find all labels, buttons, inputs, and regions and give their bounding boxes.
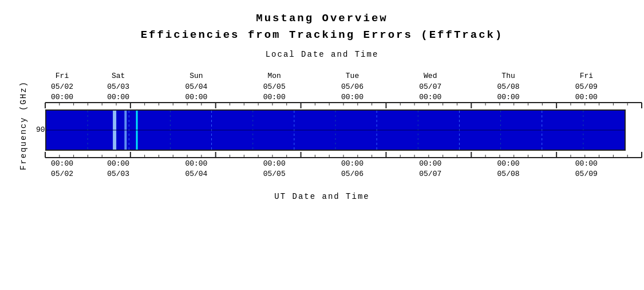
plot-wrapper: 90 xyxy=(29,109,626,151)
day-label: Wed xyxy=(424,71,437,81)
day-label: Thu xyxy=(501,71,515,81)
top-labels-row: Fri 05/02 00:00 Sat 05/03 00:00 Sun 05/0… xyxy=(29,71,626,103)
top-label-1: Sat 05/03 00:00 xyxy=(80,71,157,103)
time-label: 00:00 xyxy=(185,92,207,103)
bottom-time-label: 00:00 xyxy=(419,159,441,169)
y-tick-label: 90 xyxy=(29,126,45,134)
time-label: 00:00 xyxy=(341,92,364,103)
bottom-label-3: 00:00 05/05 xyxy=(235,159,313,179)
bottom-time-label: 00:00 xyxy=(263,159,286,169)
date-label: 05/06 xyxy=(341,82,364,92)
page: Mustang Overview Efficiencies from Track… xyxy=(0,0,644,290)
title-line1: Mustang Overview xyxy=(141,10,504,27)
time-label: 00:00 xyxy=(497,92,520,103)
day-label: Fri xyxy=(56,71,69,81)
time-label: 00:00 xyxy=(419,92,441,103)
day-label: Mon xyxy=(268,71,281,81)
bottom-time-label: 00:00 xyxy=(341,159,364,169)
time-label: 00:00 xyxy=(263,92,286,103)
chart-title: Mustang Overview Efficiencies from Track… xyxy=(141,10,504,44)
bottom-label-2: 00:00 05/04 xyxy=(157,159,235,179)
bottom-labels-row: 00:00 05/02 00:00 05/03 00:00 05/04 00:0… xyxy=(29,159,626,179)
date-label: 05/09 xyxy=(575,82,598,92)
date-label: 05/03 xyxy=(107,82,129,92)
top-label-0: Fri 05/02 00:00 xyxy=(45,71,80,103)
time-label: 00:00 xyxy=(575,92,598,103)
bottom-label-7: 00:00 05/09 xyxy=(547,159,625,179)
bottom-label-5: 00:00 05/07 xyxy=(392,159,469,179)
top-label-3: Mon 05/05 00:00 xyxy=(235,71,313,103)
bottom-label-4: 00:00 05/06 xyxy=(313,159,391,179)
plot-box xyxy=(45,109,626,151)
bottom-date-label: 05/07 xyxy=(419,169,441,179)
bottom-date-label: 05/08 xyxy=(497,169,520,179)
bottom-time-label: 00:00 xyxy=(185,159,207,169)
bottom-label-6: 00:00 05/08 xyxy=(469,159,547,179)
top-label-7: Fri 05/09 00:00 xyxy=(547,71,625,103)
bottom-date-label: 05/06 xyxy=(341,169,364,179)
bottom-date-label: 05/02 xyxy=(51,169,73,179)
bottom-date-label: 05/05 xyxy=(263,169,286,179)
bottom-time-label: 00:00 xyxy=(51,159,73,169)
bottom-date-label: 05/04 xyxy=(185,169,207,179)
chart-inner: Fri 05/02 00:00 Sat 05/03 00:00 Sun 05/0… xyxy=(29,71,626,179)
x-axis-bottom-label: UT Date and Time xyxy=(274,192,369,201)
bottom-ticks xyxy=(29,151,626,158)
plot-svg xyxy=(46,111,625,150)
day-label: Sat xyxy=(112,71,125,81)
date-label: 05/02 xyxy=(51,82,73,92)
bottom-time-label: 00:00 xyxy=(497,159,520,169)
day-label: Fri xyxy=(580,71,593,81)
date-label: 05/05 xyxy=(263,82,286,92)
bottom-date-label: 05/09 xyxy=(575,169,598,179)
top-label-5: Wed 05/07 00:00 xyxy=(392,71,469,103)
bottom-date-label: 05/03 xyxy=(107,169,129,179)
time-label: 00:00 xyxy=(107,92,129,103)
date-label: 05/07 xyxy=(419,82,441,92)
day-label: Tue xyxy=(346,71,359,81)
date-label: 05/08 xyxy=(497,82,520,92)
title-line2: Efficiencies from Tracking Errors (EffTr… xyxy=(141,27,504,44)
bottom-label-1: 00:00 05/03 xyxy=(80,159,157,179)
bottom-label-0: 00:00 05/02 xyxy=(45,159,80,179)
bottom-time-label: 00:00 xyxy=(107,159,129,169)
top-ticks xyxy=(29,103,626,109)
top-label-2: Sun 05/04 00:00 xyxy=(157,71,235,103)
day-label: Sun xyxy=(189,71,203,81)
date-label: 05/04 xyxy=(185,82,207,92)
x-axis-top-label: Local Date and Time xyxy=(266,50,379,59)
chart-area: Frequency (GHz) Fri 05/02 00:00 Sat 05/0… xyxy=(19,62,626,189)
y-axis-label: Frequency (GHz) xyxy=(19,62,28,189)
time-label: 00:00 xyxy=(51,92,73,103)
bottom-time-label: 00:00 xyxy=(575,159,598,169)
top-label-4: Tue 05/06 00:00 xyxy=(313,71,391,103)
top-label-6: Thu 05/08 00:00 xyxy=(469,71,547,103)
